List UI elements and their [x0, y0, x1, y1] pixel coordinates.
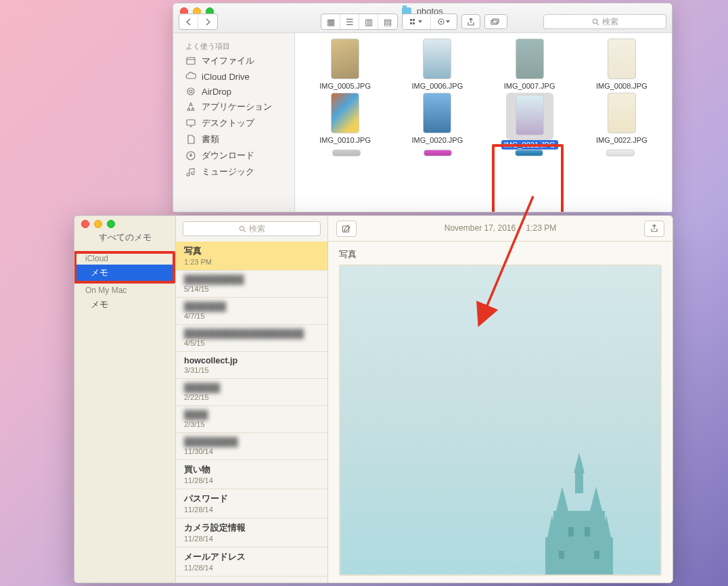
note-row-title: howcollect.jp [184, 356, 319, 365]
search-icon [239, 225, 246, 233]
downloads-icon [185, 150, 196, 161]
file-item[interactable]: IMG_0021.JPG [485, 93, 574, 150]
note-attached-photo[interactable] [339, 265, 662, 576]
sidebar-item-label: 書類 [202, 133, 219, 145]
sidebar-item-label: マイファイル [202, 55, 254, 67]
share-button[interactable] [461, 14, 480, 29]
svg-marker-16 [574, 453, 585, 473]
svg-marker-18 [555, 487, 569, 514]
view-icon-button[interactable]: ▦ [321, 14, 340, 29]
airdrop-icon [185, 86, 196, 97]
file-label: IMG_0008.JPG [596, 82, 647, 90]
note-row[interactable]: 写真1:23 PM [176, 242, 327, 271]
note-row-title: ██████ [184, 383, 319, 392]
forward-button[interactable] [198, 14, 217, 29]
note-row[interactable]: メールアドレス11/28/14 [176, 547, 327, 577]
sidebar-header: よく使う項目 [173, 39, 294, 53]
file-item[interactable]: IMG_0008.JPG [577, 39, 666, 90]
note-row[interactable]: ███████4/7/15 [176, 298, 327, 325]
close-button[interactable] [81, 220, 89, 228]
sidebar-item-label: アプリケーション [202, 101, 272, 113]
note-row-title: ██████████ [184, 275, 319, 284]
note-row[interactable]: カメラ設定情報11/28/14 [176, 518, 327, 547]
search-icon [592, 18, 599, 26]
note-row[interactable]: █████████11/30/14 [176, 433, 327, 460]
note-row-date: 4/5/15 [184, 339, 319, 347]
note-row-title: メールアドレス [184, 551, 319, 563]
note-row-date: 11/28/14 [184, 535, 319, 543]
note-row[interactable]: 買い物11/28/14 [176, 460, 327, 489]
view-column-button[interactable]: ▥ [359, 14, 378, 29]
share-button[interactable] [644, 221, 664, 237]
note-row-title: パスワード [184, 493, 319, 505]
file-item[interactable]: IMG_0020.JPG [392, 93, 482, 150]
sidebar-item[interactable]: マイファイル [173, 53, 294, 69]
notes-folders-pane: すべてのメモ iCloudメモOn My Macメモ [74, 216, 176, 583]
sidebar-item[interactable]: ダウンロード [173, 148, 294, 164]
view-list-button[interactable]: ☰ [340, 14, 359, 29]
file-label: IMG_0006.JPG [411, 82, 463, 90]
note-row-title: カメラ設定情報 [184, 522, 319, 534]
sidebar-item-label: ミュージック [202, 166, 254, 178]
note-row-date: 2/3/15 [184, 420, 319, 428]
file-item[interactable]: IMG_0006.JPG [392, 39, 482, 90]
svg-rect-27 [594, 551, 599, 559]
sidebar-item[interactable]: デスクトップ [173, 115, 294, 131]
file-item[interactable]: IMG_0007.JPG [485, 39, 574, 90]
sidebar-item[interactable]: AirDrop [173, 84, 294, 99]
folder-item[interactable]: メモ [74, 265, 175, 281]
notes-window: すべてのメモ iCloudメモOn My Macメモ 検索 写真1:23 PM█… [74, 215, 673, 583]
back-button[interactable] [179, 14, 198, 29]
note-row[interactable]: ████████████████████4/5/15 [176, 325, 327, 352]
svg-rect-25 [585, 527, 590, 537]
compose-button[interactable] [336, 221, 357, 237]
note-row[interactable]: ██████████5/14/15 [176, 271, 327, 298]
svg-point-5 [440, 21, 442, 23]
svg-rect-24 [568, 527, 574, 537]
arrange-button[interactable] [403, 14, 431, 29]
folder-item[interactable]: メモ [74, 296, 175, 313]
svg-rect-9 [187, 58, 195, 64]
sidebar-item[interactable]: ミュージック [173, 164, 294, 180]
icloud-icon [185, 71, 196, 82]
sidebar-item[interactable]: 書類 [173, 131, 294, 148]
tags-button[interactable] [484, 14, 507, 29]
note-row[interactable]: ████2/3/15 [176, 406, 327, 433]
music-icon [185, 166, 196, 177]
minimize-button[interactable] [94, 220, 102, 228]
finder-sidebar: よく使う項目 マイファイルiCloud DriveAirDropアプリケーション… [173, 33, 295, 212]
note-row-title: ████ [184, 410, 319, 420]
note-date: November 17, 2016、 1:23 PM [445, 223, 556, 234]
zoom-button[interactable] [107, 220, 115, 228]
folder-section: iCloud [74, 250, 175, 265]
sidebar-item-label: AirDrop [202, 87, 231, 97]
my-files-icon [185, 55, 196, 66]
file-label: IMG_0010.JPG [319, 136, 371, 144]
note-row[interactable]: ██████2/22/15 [176, 379, 327, 406]
file-label: IMG_0022.JPG [596, 136, 647, 144]
folder-section: On My Mac [74, 281, 175, 296]
note-row[interactable]: パスワード11/28/14 [176, 489, 327, 518]
action-button[interactable] [431, 14, 457, 29]
sidebar-item-label: ダウンロード [202, 150, 254, 162]
note-row-title: 買い物 [184, 464, 319, 476]
sidebar-item[interactable]: アプリケーション [173, 99, 294, 115]
svg-rect-26 [559, 551, 564, 559]
note-row-date: 11/28/14 [184, 476, 319, 484]
file-item[interactable]: IMG_0005.JPG [300, 39, 390, 90]
sidebar-item-label: デスクトップ [202, 117, 254, 129]
sidebar-item-label: iCloud Drive [202, 72, 250, 82]
file-item[interactable]: IMG_0022.JPG [577, 93, 666, 150]
note-row-title: ████████████████████ [184, 329, 319, 338]
finder-window: photos ▦ ☰ ▥ ▤ [173, 3, 673, 212]
note-row[interactable]: howcollect.jp3/31/15 [176, 352, 327, 379]
sidebar-item[interactable]: iCloud Drive [173, 69, 294, 84]
svg-rect-3 [413, 22, 415, 24]
finder-content[interactable]: IMG_0005.JPGIMG_0006.JPGIMG_0007.JPGIMG_… [295, 33, 672, 212]
svg-rect-12 [187, 120, 195, 125]
view-coverflow-button[interactable]: ▤ [378, 14, 397, 29]
finder-search[interactable]: 検索 [543, 14, 666, 29]
notes-search[interactable]: 検索 [183, 221, 321, 236]
file-item[interactable]: IMG_0010.JPG [300, 93, 390, 150]
all-notes-label[interactable]: すべてのメモ [74, 232, 175, 244]
